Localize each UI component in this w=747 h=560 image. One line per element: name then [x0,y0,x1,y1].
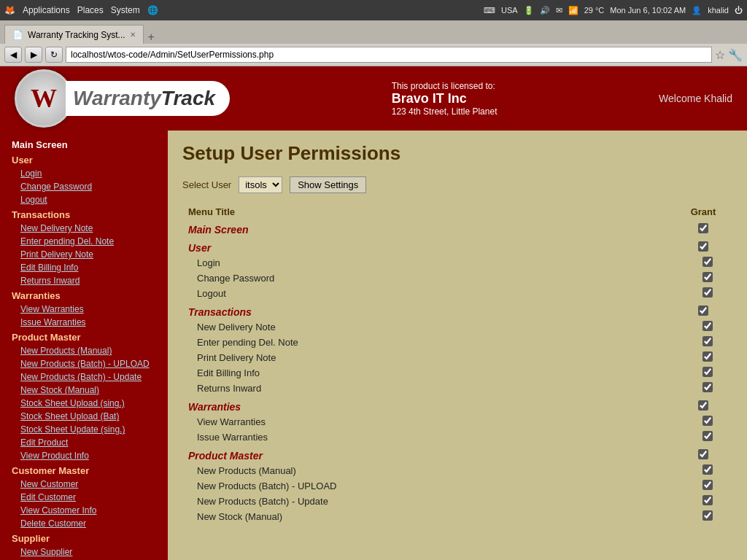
grant-checkbox[interactable] [703,431,713,441]
sidebar-link-print-delivery[interactable]: Print Delivery Note [0,248,168,261]
table-row: Login [182,255,732,271]
sidebar-link-new-supplier[interactable]: New Supplier [0,545,168,559]
tools-button[interactable]: 🔧 [728,48,743,62]
select-user-row: Select User itsols Show Settings [182,176,732,193]
grant-checkbox[interactable] [698,241,708,252]
sidebar-link-view-product-info[interactable]: View Product Info [0,449,168,462]
forward-button[interactable]: ▶ [25,47,42,63]
select-user-label: Select User [182,179,231,190]
grant-checkbox[interactable] [703,321,713,331]
sidebar-main-screen[interactable]: Main Screen [0,136,168,152]
sidebar-link-login[interactable]: Login [0,167,168,180]
reload-button[interactable]: ↻ [45,47,63,63]
address-bar[interactable] [66,47,712,63]
grant-checkbox[interactable] [698,306,708,316]
grant-cell [674,429,732,445]
os-user-label: khalid [708,6,729,15]
page-title: Setup User Permissions [182,142,732,165]
bookmark-button[interactable]: ☆ [715,48,725,62]
system-menu[interactable]: System [111,5,140,15]
grant-checkbox[interactable] [703,351,713,362]
back-button[interactable]: ◀ [4,47,22,63]
sidebar-link-new-products-manual[interactable]: New Products (Manual) [0,344,168,357]
grant-checkbox[interactable] [703,257,713,267]
grant-cell [674,286,732,301]
permission-label: New Products (Batch) - Update [182,494,674,509]
os-logo-icon[interactable]: 🦊 [4,5,15,15]
grant-checkbox[interactable] [703,382,713,392]
sidebar-link-edit-product[interactable]: Edit Product [0,436,168,449]
sidebar-link-view-warranties[interactable]: View Warranties [0,303,168,316]
grant-cell [674,271,732,286]
table-row: New Products (Batch) - UPLOAD [182,478,732,494]
sidebar-link-change-password[interactable]: Change Password [0,180,168,193]
permission-label: New Products (Batch) - UPLOAD [182,478,674,494]
license-label: This product is licensed to: [392,81,498,91]
active-tab[interactable]: 📄 Warranty Tracking Syst... ✕ [4,25,144,44]
permission-label: User [182,237,674,255]
show-settings-button[interactable]: Show Settings [290,176,366,193]
sidebar-link-new-delivery-note[interactable]: New Delivery Note [0,222,168,235]
sidebar-section-product-master: Product Master [0,329,168,344]
permission-label: Change Password [182,271,674,286]
grant-cell [674,414,732,429]
permission-label: Warranties [182,396,674,414]
tab-close-btn[interactable]: ✕ [130,31,136,39]
page-wrapper: W WarrantyTrack This product is licensed… [0,66,747,560]
grant-checkbox[interactable] [703,336,713,346]
sidebar-link-new-customer[interactable]: New Customer [0,478,168,491]
sidebar-link-new-products-batch-upload[interactable]: New Products (Batch) - UPLOAD [0,357,168,370]
browser-tabs: 📄 Warranty Tracking Syst... ✕ + [0,20,747,44]
table-row: New Products (Manual) [182,463,732,478]
grant-checkbox[interactable] [703,367,713,377]
sidebar-link-stock-sheet-sing[interactable]: Stock Sheet Upload (sing.) [0,397,168,410]
grant-checkbox[interactable] [703,480,713,490]
logo-name-part2: Track [161,87,215,109]
sidebar-link-new-stock-manual[interactable]: New Stock (Manual) [0,384,168,397]
grant-checkbox[interactable] [698,223,708,233]
grant-checkbox[interactable] [703,287,713,298]
grant-checkbox[interactable] [703,510,713,521]
sidebar-link-edit-customer[interactable]: Edit Customer [0,491,168,504]
new-tab-button[interactable]: + [144,31,159,44]
grant-checkbox[interactable] [698,449,708,459]
permission-label: Transactions [182,301,674,319]
datetime-label: Mon Jun 6, 10:02 AM [610,6,686,15]
applications-menu[interactable]: Applications [23,5,70,15]
sidebar-link-view-customer-info[interactable]: View Customer Info [0,504,168,517]
places-menu[interactable]: Places [77,5,104,15]
sidebar-link-returns-inward[interactable]: Returns Inward [0,274,168,287]
logo-badge: W [15,69,73,128]
sidebar-link-stock-sheet-bat[interactable]: Stock Sheet Upload (Bat) [0,410,168,423]
logo-text: WarrantyTrack [73,87,215,110]
battery-icon: 🔋 [524,6,534,15]
table-row: Returns Inward [182,381,732,396]
table-row: View Warranties [182,414,732,429]
sidebar-link-new-products-batch-update[interactable]: New Products (Batch) - Update [0,370,168,384]
grant-cell [674,396,732,414]
grant-cell [674,237,732,255]
sidebar-link-issue-warranties[interactable]: Issue Warranties [0,316,168,329]
sidebar-link-enter-pending[interactable]: Enter pending Del. Note [0,235,168,248]
sidebar-link-logout[interactable]: Logout [0,193,168,206]
sidebar-link-stock-sheet-update[interactable]: Stock Sheet Update (sing.) [0,423,168,436]
power-icon[interactable]: ⏻ [735,6,743,15]
sidebar-link-edit-billing[interactable]: Edit Billing Info [0,261,168,274]
grant-cell [674,381,732,396]
grant-checkbox[interactable] [703,272,713,282]
permission-label: Print Delivery Note [182,350,674,365]
grant-cell [674,335,732,350]
grant-checkbox[interactable] [703,464,713,475]
header-license: This product is licensed to: Bravo IT In… [392,81,498,117]
user-select[interactable]: itsols [239,176,282,193]
col-menu-title: Menu Title [182,205,674,219]
grant-checkbox[interactable] [703,495,713,505]
company-address: 123 4th Street, Little Planet [392,106,498,117]
grant-cell [674,494,732,509]
sidebar-link-delete-customer[interactable]: Delete Customer [0,517,168,530]
grant-checkbox[interactable] [698,400,708,411]
sidebar-section-supplier: Supplier [0,530,168,545]
grant-checkbox[interactable] [703,416,713,426]
os-taskbar: 🦊 Applications Places System 🌐 ⌨ USA 🔋 🔊… [0,0,747,20]
permission-label: Login [182,255,674,271]
